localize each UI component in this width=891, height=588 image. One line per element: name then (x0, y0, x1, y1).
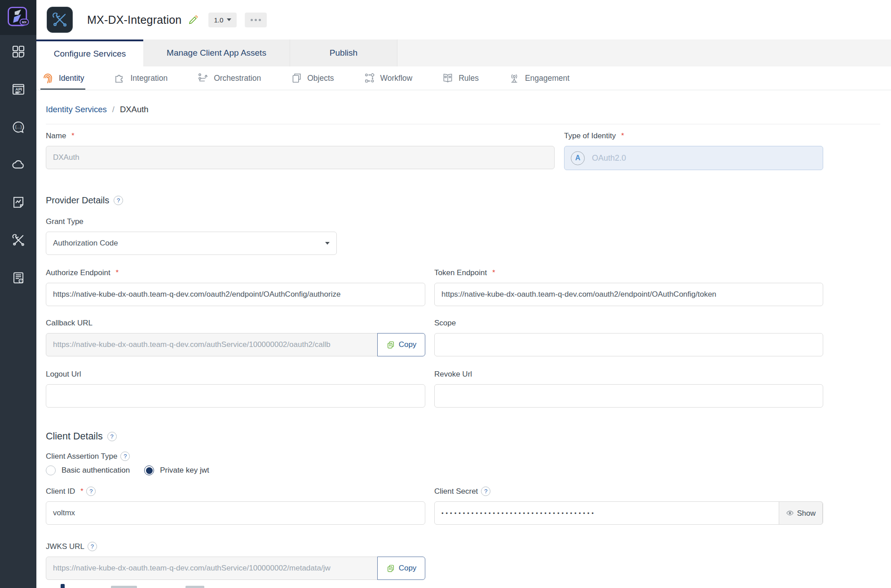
chat-code-icon: {…} (11, 120, 26, 134)
scope-label: Scope (434, 319, 456, 328)
puzzle-icon (114, 72, 125, 84)
radio-unchecked-icon (46, 465, 56, 475)
tab-publish[interactable]: Publish (290, 39, 397, 66)
svg-text:?: ? (20, 279, 22, 282)
report-document-icon (11, 195, 26, 210)
callback-url-input: https://native-kube-dx-oauth.team-q-dev.… (46, 333, 378, 356)
cloud-icon (11, 158, 26, 172)
logout-url-input[interactable] (46, 384, 425, 408)
subtab-label: Engagement (525, 74, 569, 83)
callback-url-label: Callback URL (46, 319, 93, 328)
client-secret-show-button[interactable]: Show (779, 501, 823, 525)
help-icon[interactable] (120, 452, 130, 461)
scope-input[interactable] (434, 333, 823, 356)
grant-type-label: Grant Type (46, 217, 84, 226)
authorize-endpoint-input[interactable]: https://native-kube-dx-oauth.team-q-dev.… (46, 283, 425, 306)
tab-manage-client-app-assets[interactable]: Manage Client App Assets (143, 39, 290, 66)
app-icon (47, 7, 73, 33)
version-label: 1.0 (214, 16, 223, 24)
apps-grid-icon (11, 44, 26, 59)
breadcrumb-current: DXAuth (120, 105, 149, 114)
chevron-down-icon (227, 18, 231, 21)
tab-label: Configure Services (54, 49, 126, 59)
oauth-type-icon: A (571, 151, 585, 165)
sidebar-item-help-docs[interactable]: ? (9, 270, 28, 285)
client-id-label: Client ID (46, 487, 75, 496)
type-of-identity-field: A OAuth2.0 (564, 146, 823, 170)
service-tabs: Identity Integration Orchestration (36, 66, 891, 90)
help-icon[interactable] (481, 487, 490, 496)
type-of-identity-label: Type of Identity (564, 132, 616, 140)
sidebar-item-api-console[interactable]: API (9, 82, 28, 97)
tab-configure-services[interactable]: Configure Services (36, 39, 143, 66)
breadcrumb: Identity Services / DXAuth (46, 105, 880, 114)
required-asterisk (619, 132, 624, 140)
divider (46, 124, 880, 124)
token-endpoint-label: Token Endpoint (434, 268, 487, 277)
rules-book-icon (442, 72, 454, 84)
dot-icon (259, 19, 261, 21)
subtab-label: Orchestration (214, 74, 261, 83)
client-id-input[interactable]: voltmx (46, 501, 425, 525)
required-asterisk (490, 268, 495, 277)
name-input: DXAuth (46, 146, 555, 169)
copy-icon (386, 340, 395, 349)
subtab-workflow[interactable]: Workflow (362, 66, 414, 90)
help-icon[interactable] (107, 432, 117, 441)
help-icon[interactable] (114, 196, 123, 205)
edit-title-button[interactable] (188, 14, 198, 25)
object-icon (291, 72, 302, 84)
document-help-icon: ? (11, 271, 26, 285)
logout-url-label: Logout Url (46, 370, 81, 379)
subtab-label: Identity (59, 74, 84, 83)
revoke-url-input[interactable] (434, 384, 823, 408)
broadcast-icon (508, 72, 520, 84)
eye-icon (786, 509, 794, 517)
subtab-label: Rules (459, 74, 479, 83)
fingerprint-icon (42, 72, 54, 84)
identity-service-form: Identity Services / DXAuth Name DXAuth T… (36, 90, 891, 588)
client-secret-input[interactable]: •••••••••••••••••••••••••••••••••••• Sho… (434, 501, 823, 525)
name-label: Name (46, 132, 66, 140)
subtab-integration[interactable]: Integration (112, 66, 169, 90)
subtab-orchestration[interactable]: Orchestration (196, 66, 262, 90)
radio-private-key-jwt[interactable]: Private key jwt (144, 465, 209, 475)
sidebar-item-cloud[interactable] (9, 157, 28, 172)
page-title: MX-DX-Integration (87, 13, 181, 26)
sidebar-item-reports[interactable] (9, 195, 28, 210)
sidebar-item-apps[interactable] (9, 44, 28, 59)
subtab-objects[interactable]: Objects (289, 66, 335, 90)
token-endpoint-input[interactable]: https://native-kube-dx-oauth.team-q-dev.… (434, 283, 823, 306)
pencil-icon (188, 14, 198, 25)
breadcrumb-identity-services[interactable]: Identity Services (46, 105, 107, 114)
tab-label: Manage Client App Assets (167, 48, 266, 58)
help-icon[interactable] (86, 487, 96, 496)
clipped-content-fragment (185, 586, 204, 588)
type-of-identity-value: OAuth2.0 (592, 154, 626, 163)
svg-text:{…}: {…} (15, 125, 22, 129)
sidebar-item-chat-code[interactable]: {…} (9, 119, 28, 135)
callback-url-copy-button[interactable]: Copy (377, 333, 425, 356)
client-secret-label: Client Secret (434, 487, 478, 496)
jwks-url-copy-button[interactable]: Copy (377, 557, 425, 580)
revoke-url-label: Revoke Url (434, 370, 472, 379)
dot-icon (251, 19, 253, 21)
client-assertion-type-label: Client Assertion Type (46, 452, 117, 461)
voltmx-logo[interactable]: MX (0, 0, 36, 35)
client-details-heading: Client Details (46, 431, 880, 442)
jwks-url-input: https://native-kube-dx-oauth.team-q-dev.… (46, 557, 378, 580)
radio-basic-authentication[interactable]: Basic authentication (46, 465, 130, 475)
help-icon[interactable] (88, 542, 97, 551)
client-assertion-options: Basic authentication Private key jwt (46, 465, 880, 475)
chevron-down-icon (325, 242, 330, 245)
more-options-button[interactable] (245, 13, 267, 27)
radio-label: Basic authentication (62, 466, 130, 475)
sidebar-item-tools[interactable] (9, 233, 28, 248)
dot-icon (255, 19, 257, 21)
subtab-identity[interactable]: Identity (40, 66, 85, 90)
svg-text:API: API (15, 87, 22, 92)
subtab-engagement[interactable]: Engagement (507, 66, 571, 90)
subtab-rules[interactable]: Rules (441, 66, 480, 90)
version-dropdown[interactable]: 1.0 (208, 13, 237, 27)
grant-type-select[interactable]: Authorization Code (46, 232, 337, 255)
